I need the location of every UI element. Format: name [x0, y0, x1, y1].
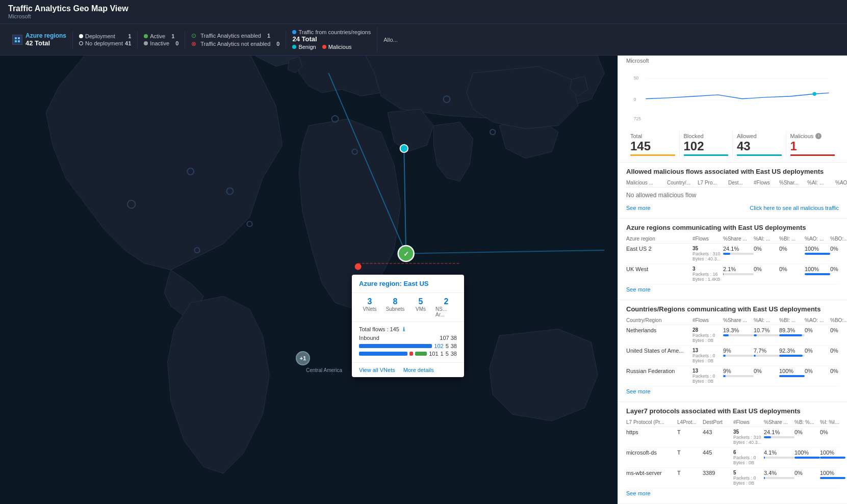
malicious-flows-title: Allowed malicious flows associated with … [626, 168, 839, 175]
share-bar-uk [723, 273, 754, 275]
active-dot [144, 34, 148, 38]
azure-see-more[interactable]: See more [626, 284, 839, 295]
popup-stats: 3 VNets 8 Subnets 5 VMs 2 NS... Ar... [352, 293, 464, 322]
right-panel: Microsoft 50 0 725 Total 145 [618, 56, 847, 504]
benign-dot [292, 45, 296, 49]
no-deployment-count: 41 [125, 40, 131, 46]
metric-blocked: Blocked 102 [680, 131, 733, 158]
share-bar-eu2 [723, 253, 754, 255]
l7-see-more[interactable]: See more [626, 488, 839, 498]
l7-table-header: L7 Protocol (Pr... L4Prot... DestPort #F… [626, 418, 839, 427]
analytics-rows: ⊙ Traffic Analytics enabled 1 ⊗ Traffic … [191, 32, 279, 47]
analytics-disabled-row: ⊗ Traffic Analytics not enabled 0 [191, 40, 279, 47]
analytics-enabled-label: Traffic Analytics enabled [200, 33, 261, 39]
svg-rect-2 [15, 40, 17, 42]
countries-label: Traffic from countries/regions [298, 29, 371, 35]
popup-stat-vnets: 3 VNets [359, 297, 380, 317]
azure-regions-section: Azure regions communicating with East US… [618, 219, 847, 300]
chart-area: 50 0 725 [618, 66, 847, 127]
subnets-label: Subnets [386, 306, 405, 312]
azure-icon [12, 35, 22, 45]
inactive-dot [144, 41, 148, 45]
metric-total-value: 145 [630, 139, 675, 153]
benign-row: Benign [292, 44, 316, 50]
svg-point-28 [812, 92, 816, 96]
allowed-bar [737, 154, 782, 156]
countries-dot [292, 30, 296, 34]
country-row-russia: Russian Federation 13 Packets : 0 Bytes … [626, 366, 839, 386]
azure-regions-title: Azure regions [25, 32, 66, 39]
azure-regions-section-title: Azure regions communicating with East US… [626, 224, 839, 231]
malicious-row: Malicious [322, 44, 352, 50]
popup-stat-ns: 2 NS... Ar... [435, 297, 457, 317]
flow-bar-row-2: 101 1 5 38 [359, 351, 457, 357]
metrics-row: Total 145 Blocked 102 Allowed 43 Malicio… [618, 127, 847, 163]
popup-footer: View all VNets More details [352, 363, 464, 377]
svg-rect-1 [18, 37, 20, 39]
stat-group-azure: Azure regions 42 Total [6, 30, 73, 49]
malicious-dot [322, 45, 326, 49]
svg-rect-0 [15, 37, 17, 39]
l7-row-https: https T 443 35 Packets : 310 Bytes : 40.… [626, 427, 839, 447]
svg-text:50: 50 [634, 75, 639, 81]
ao-bar-eu2 [805, 253, 830, 255]
svg-point-20 [355, 263, 362, 270]
popup-stat-vms: 5 VMs [410, 297, 431, 317]
analytics-enabled-count: 1 [267, 33, 270, 39]
malicious-info-icon[interactable]: i [815, 133, 822, 139]
info-icon[interactable]: ℹ [403, 326, 405, 332]
page-title: Traffic Analytics Geo Map View [8, 4, 839, 13]
region-popup: Azure region: East US 3 VNets 8 Subnets … [352, 275, 464, 377]
country-row-netherlands: Netherlands 28 Packets : 0 Bytes : 0B 19… [626, 325, 839, 346]
l7-row-microsoftds: microsoft-ds T 445 6 Packets : 0 Bytes :… [626, 447, 839, 468]
metric-blocked-value: 102 [684, 139, 729, 153]
svg-text:0: 0 [634, 97, 636, 102]
deployment-dot [79, 34, 83, 38]
azure-regions-label: Azure regions 42 Total [25, 32, 66, 47]
svg-rect-3 [18, 40, 20, 42]
metric-malicious-label: Malicious i [790, 133, 835, 139]
page-header: Traffic Analytics Geo Map View Microsoft [0, 0, 847, 24]
analytics-enabled-row: ⊙ Traffic Analytics enabled 1 [191, 32, 279, 39]
x-icon: ⊗ [191, 40, 196, 47]
metric-total-label: Total [630, 133, 675, 139]
metric-total: Total 145 [626, 131, 680, 158]
layer7-title: Layer7 protocols associated with East US… [626, 407, 839, 415]
malicious-bar [790, 154, 835, 156]
ao-bar-uk [805, 273, 830, 275]
malicious-table-header: Malicious ... Country/... L7 Pro... Dest… [626, 178, 839, 188]
active-count: 1 [171, 33, 174, 39]
view-all-vnets-link[interactable]: View all VNets [359, 367, 395, 373]
main-content: ✓ +1 Central America Azure region: East … [0, 56, 847, 504]
line-chart: 50 0 725 [626, 70, 839, 123]
countries-see-more[interactable]: See more [626, 386, 839, 396]
vnets-num: 3 [368, 297, 372, 306]
metric-allowed-value: 43 [737, 139, 782, 153]
azure-row-ukwest: UK West 3 Packets : 16 Bytes : 1.4KB 2.1… [626, 264, 839, 284]
plus-marker[interactable]: +1 [296, 351, 310, 365]
stat-group-active: Active 1 Inactive 0 [138, 31, 185, 48]
stat-group-deployment: Deployment 1 No deployment 41 [73, 31, 138, 48]
map-area[interactable]: ✓ +1 Central America Azure region: East … [0, 56, 618, 504]
svg-point-19 [400, 145, 408, 152]
stats-bar: Azure regions 42 Total Deployment 1 No d… [0, 24, 847, 56]
metric-allowed-label: Allowed [737, 133, 782, 139]
vms-label: VMs [416, 306, 426, 312]
more-details-link[interactable]: More details [403, 367, 434, 373]
world-map-svg: ✓ [0, 56, 618, 504]
popup-flows: Total flows : 145 ℹ Inbound 107 38 102 5… [352, 322, 464, 363]
metric-allowed: Allowed 43 [733, 131, 786, 158]
countries-section: Countries/Regions communicating with Eas… [618, 300, 847, 402]
vms-num: 5 [419, 297, 423, 306]
active-label: Active [150, 33, 165, 39]
panel-company: Microsoft [618, 56, 847, 66]
malicious-see-more[interactable]: See more [626, 203, 651, 213]
countries-total: 24 Total [292, 35, 371, 43]
malicious-flows-section: Allowed malicious flows associated with … [618, 163, 847, 219]
popup-stat-subnets: 8 Subnets [384, 297, 406, 317]
allowed-label: Allo... [383, 37, 398, 43]
ns-num: 2 [444, 297, 449, 306]
deployment-label: Deployment [85, 33, 115, 39]
popup-header: Azure region: East US [352, 275, 464, 293]
malicious-right-link[interactable]: Click here to see all malicious traffic [750, 205, 839, 211]
